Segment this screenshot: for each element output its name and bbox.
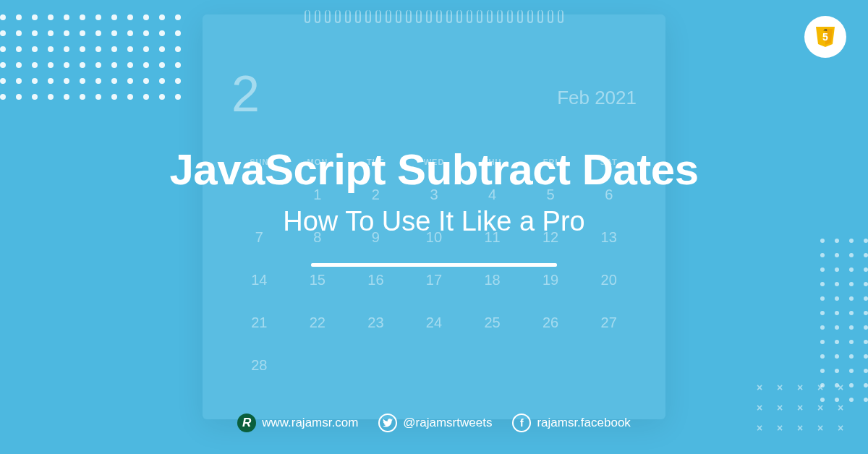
social-bar: R www.rajamsr.com @rajamsrtweets f rajam…	[0, 414, 868, 432]
hero-content: JavaScript Subtract Dates How To Use It …	[0, 0, 868, 454]
facebook-text: rajamsr.facebook	[537, 416, 630, 430]
page-title: JavaScript Subtract Dates	[169, 145, 698, 194]
website-text: www.rajamsr.com	[262, 416, 358, 430]
facebook-icon: f	[512, 414, 531, 432]
website-link[interactable]: R www.rajamsr.com	[237, 414, 358, 432]
brand-r-icon: R	[237, 414, 256, 432]
page-subtitle: How To Use It Like a Pro	[283, 206, 584, 237]
twitter-text: @rajamsrtweets	[403, 416, 492, 430]
twitter-link[interactable]: @rajamsrtweets	[378, 414, 492, 432]
title-underline	[311, 263, 557, 267]
twitter-icon	[378, 414, 397, 432]
facebook-link[interactable]: f rajamsr.facebook	[512, 414, 630, 432]
